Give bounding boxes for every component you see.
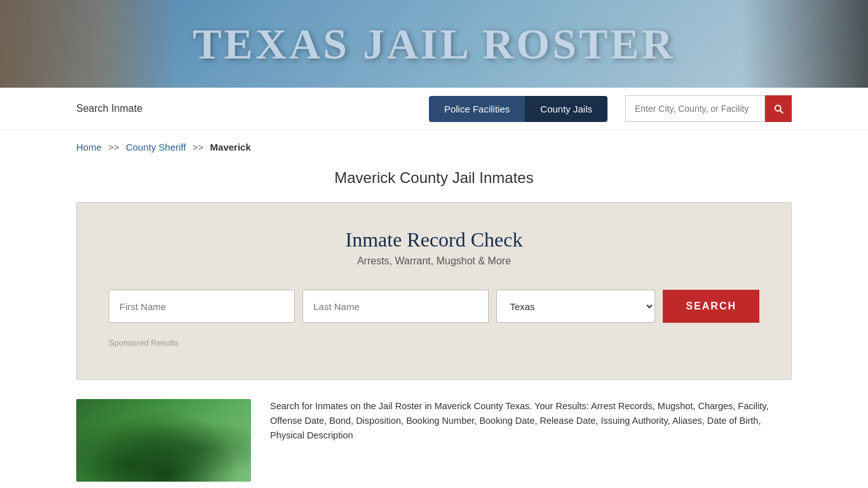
header-banner: Texas Jail Roster — [0, 0, 868, 88]
breadcrumb-county-sheriff[interactable]: County Sheriff — [126, 142, 186, 152]
keys-image — [741, 0, 868, 88]
tab-police-facilities[interactable]: Police Facilities — [429, 96, 525, 122]
breadcrumb-sep-1: >> — [108, 142, 119, 152]
breadcrumb: Home >> County Sheriff >> Maverick — [0, 130, 868, 159]
page-title: Maverick County Jail Inmates — [0, 169, 868, 187]
facility-search-wrapper — [625, 95, 792, 122]
bottom-section: Search for Inmates on the Jail Roster in… — [76, 399, 792, 482]
breadcrumb-home[interactable]: Home — [76, 142, 102, 152]
search-inmate-label: Search Inmate — [76, 103, 416, 114]
palm-trees-decoration — [76, 399, 251, 482]
nav-bar: Search Inmate Police Facilities County J… — [0, 88, 868, 130]
state-select[interactable]: AlabamaAlaskaArizonaArkansasCaliforniaCo… — [496, 290, 655, 323]
facility-search-input[interactable] — [625, 95, 765, 122]
capitol-image — [0, 0, 178, 88]
inmate-search-section: Inmate Record Check Arrests, Warrant, Mu… — [76, 202, 792, 380]
search-icon — [773, 103, 784, 114]
breadcrumb-current: Maverick — [210, 142, 251, 152]
maverick-county-image — [76, 399, 251, 482]
search-form-row: AlabamaAlaskaArizonaArkansasCaliforniaCo… — [109, 290, 759, 323]
breadcrumb-sep-2: >> — [193, 142, 204, 152]
search-button[interactable]: SEARCH — [663, 290, 759, 323]
nav-tabs: Police Facilities County Jails — [429, 96, 607, 122]
tab-county-jails[interactable]: County Jails — [525, 96, 607, 122]
inmate-record-title: Inmate Record Check — [109, 228, 759, 252]
banner-title: Texas Jail Roster — [193, 19, 675, 69]
facility-search-button[interactable] — [765, 95, 792, 122]
first-name-input[interactable] — [109, 290, 295, 323]
last-name-input[interactable] — [302, 290, 489, 323]
sponsored-results-label: Sponsored Results — [109, 338, 759, 348]
inmate-record-subtitle: Arrests, Warrant, Mugshot & More — [109, 255, 759, 267]
bottom-description: Search for Inmates on the Jail Roster in… — [270, 399, 792, 444]
